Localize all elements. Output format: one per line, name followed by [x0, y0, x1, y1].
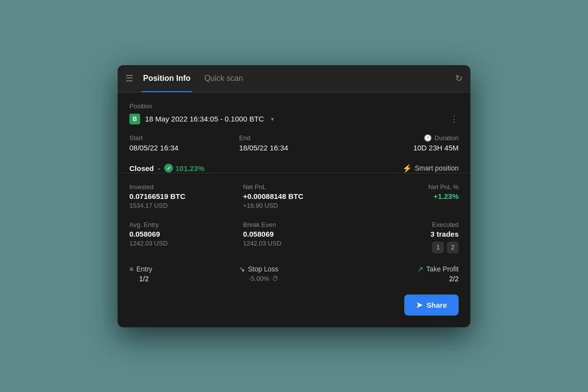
position-section: Position B 18 May 2022 16:34:05 - 0.1000… [129, 102, 459, 124]
end-value: 18/05/22 16:34 [239, 144, 349, 152]
start-label: Start [129, 134, 239, 142]
avg-entry-usd: 1242.03 USD [129, 240, 231, 247]
break-even-label: Break Even [243, 221, 345, 228]
stats-grid: Invested 0.07166519 BTC 1534.17 USD Net … [129, 183, 459, 209]
duration-cell: 🕐 Duration 10D 23H 45M [349, 134, 459, 152]
avg-entry-value: 0.058069 [129, 230, 231, 238]
take-profit-value: 2/2 [449, 275, 459, 283]
entry-value: 1/2 [129, 275, 239, 283]
stoploss-icon: ↘ [239, 265, 245, 273]
executed-label: Executed [432, 221, 459, 228]
invested-label: Invested [129, 183, 231, 191]
takeprofit-icon: ↗ [417, 265, 423, 273]
share-arrow-icon: ➤ [416, 300, 422, 310]
trade-badge-2[interactable]: 2 [447, 242, 459, 253]
net-pnl-label: Net PnL [243, 183, 345, 191]
break-even-usd: 1242.03 USD [243, 240, 345, 247]
net-pnl-pct-cell: Net PnL % +1.23% [357, 183, 459, 209]
dropdown-arrow-icon[interactable]: ▾ [271, 116, 274, 122]
tabs: Position Info Quick scan [141, 65, 455, 93]
end-label: End [239, 134, 349, 142]
tab-quick-scan[interactable]: Quick scan [202, 65, 245, 93]
net-pnl-pct-value: +1.23% [434, 192, 459, 200]
break-even-cell: Break Even 0.058069 1242.03 USD [243, 221, 345, 253]
start-value: 08/05/22 16:34 [129, 144, 239, 152]
action-row: ≡ Entry 1/2 ↘ Stop Loss -5.00% ⏱ [129, 265, 459, 283]
break-even-value: 0.058069 [243, 230, 345, 238]
refresh-icon[interactable]: ↻ [455, 73, 463, 84]
stats-grid-2: Avg. Entry 0.058069 1242.03 USD Break Ev… [129, 221, 459, 253]
net-pnl-pct-label: Net PnL % [428, 183, 459, 191]
entry-header: ≡ Entry [129, 265, 239, 273]
net-pnl-btc: +0.00088148 BTC [243, 192, 345, 200]
footer-row: ➤ Share [129, 294, 459, 318]
duration-label: 🕐 Duration [424, 134, 459, 142]
duration-value: 10D 23H 45M [413, 144, 459, 152]
buy-badge: B [129, 114, 140, 124]
trade-badge-1[interactable]: 1 [432, 242, 444, 253]
smart-position: ⚡ Smart position [402, 164, 459, 173]
tab-bar: ☰ Position Info Quick scan ↻ [118, 65, 470, 93]
take-profit-header: ↗ Take Profit [417, 265, 459, 273]
lightning-icon: ⚡ [402, 164, 412, 173]
stats-section: Invested 0.07166519 BTC 1534.17 USD Net … [129, 173, 459, 318]
invested-cell: Invested 0.07166519 BTC 1534.17 USD [129, 183, 231, 209]
pct-badge: ✓ 101.23% [164, 164, 204, 172]
entry-icon: ≡ [129, 265, 133, 273]
closed-status: Closed - ✓ 101.23% [129, 164, 204, 172]
net-pnl-usd: +18.90 USD [243, 202, 345, 209]
invested-usd: 1534.17 USD [129, 202, 231, 209]
invested-btc: 0.07166519 BTC [129, 192, 231, 200]
timer-icon: ⏱ [272, 275, 278, 282]
executed-cell: Executed 3 trades 1 2 [357, 221, 459, 253]
stop-loss-header: ↘ Stop Loss [239, 265, 349, 273]
position-info: B 18 May 2022 16:34:05 - 0.1000 BTC ▾ [129, 114, 274, 124]
executed-trades: 3 trades [430, 230, 459, 238]
entry-cell: ≡ Entry 1/2 [129, 265, 239, 283]
clock-icon: 🕐 [424, 134, 432, 142]
end-cell: End 18/05/22 16:34 [239, 134, 349, 152]
trade-badges: 1 2 [432, 242, 459, 253]
stop-loss-detail: -5.00% ⏱ [239, 275, 349, 282]
modal-body: Position B 18 May 2022 16:34:05 - 0.1000… [118, 93, 470, 327]
tab-position-info[interactable]: Position Info [141, 65, 193, 93]
stop-loss-cell: ↘ Stop Loss -5.00% ⏱ [239, 265, 349, 282]
take-profit-cell: ↗ Take Profit 2/2 [349, 265, 459, 283]
position-label: Position [129, 102, 459, 110]
avg-entry-label: Avg. Entry [129, 221, 231, 228]
position-info-modal: ☰ Position Info Quick scan ↻ Position B … [118, 65, 470, 327]
start-cell: Start 08/05/22 16:34 [129, 134, 239, 152]
menu-icon[interactable]: ☰ [125, 73, 133, 84]
position-date: 18 May 2022 16:34:05 - 0.1000 BTC [145, 115, 264, 123]
share-button[interactable]: ➤ Share [404, 294, 459, 316]
check-circle-icon: ✓ [164, 164, 173, 172]
position-row: B 18 May 2022 16:34:05 - 0.1000 BTC ▾ ⋮ [129, 114, 459, 124]
time-row: Start 08/05/22 16:34 End 18/05/22 16:34 … [129, 134, 459, 152]
status-row: Closed - ✓ 101.23% ⚡ Smart position [129, 162, 459, 173]
more-options-icon[interactable]: ⋮ [450, 114, 459, 124]
net-pnl-cell: Net PnL +0.00088148 BTC +18.90 USD [243, 183, 345, 209]
avg-entry-cell: Avg. Entry 0.058069 1242.03 USD [129, 221, 231, 253]
